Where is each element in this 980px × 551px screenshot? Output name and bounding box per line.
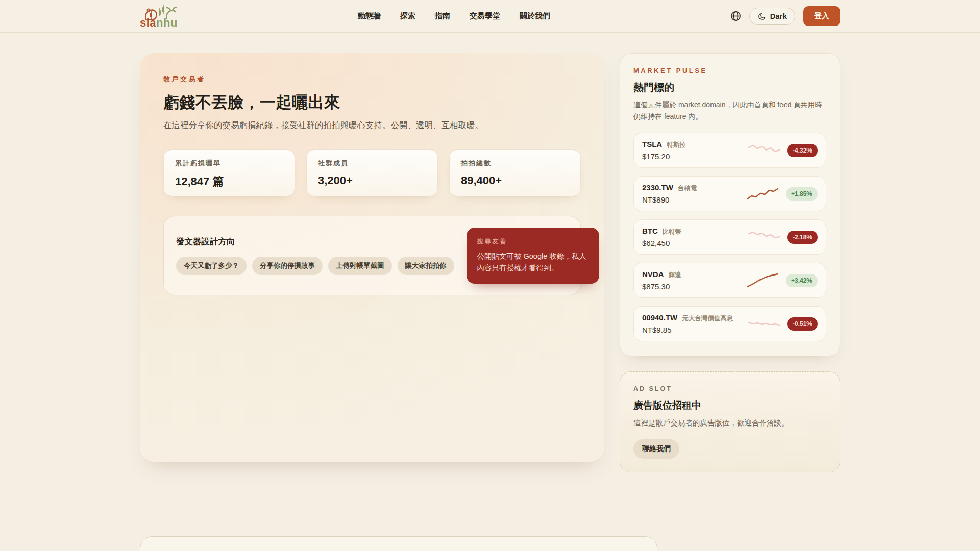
composer-tag[interactable]: 讓大家拍拍你 [398, 257, 454, 275]
language-globe-button[interactable] [730, 11, 741, 21]
stock-name: 特斯拉 [667, 141, 686, 149]
theme-toggle-button[interactable]: Dark [749, 8, 795, 25]
right-sidebar: MARKET PULSE 熱門標的 這個元件屬於 market domain，因… [620, 53, 840, 472]
brand-logo[interactable]: sianhu [140, 4, 178, 29]
hero-subtitle: 在這裡分享你的交易虧損紀錄，接受社群的拍拍與暖心支持。公開、透明、互相取暖。 [163, 120, 581, 131]
stock-row-tsla[interactable]: TSLA 特斯拉 $175.20 -4.32% [633, 133, 826, 168]
stock-info: NVDA 輝達 $875.30 [642, 270, 681, 291]
stock-name: 輝達 [669, 271, 681, 280]
globe-icon [730, 11, 741, 21]
hot-topics-card: 熱門話題 [140, 536, 657, 551]
stock-price: NT$890 [642, 195, 697, 204]
stock-row-nvda[interactable]: NVDA 輝達 $875.30 +3.42% [633, 263, 826, 298]
stat-card-loss-posts: 累計虧損曬單 12,847 篇 [163, 149, 295, 196]
stock-row-2330[interactable]: 2330.TW 台積電 NT$890 +1.85% [633, 176, 826, 211]
nav-item-feed[interactable]: 動態牆 [358, 11, 381, 21]
market-pulse-card: MARKET PULSE 熱門標的 這個元件屬於 market domain，因… [620, 53, 840, 356]
nav-item-about[interactable]: 關於我們 [520, 11, 550, 21]
stock-price: $62,450 [642, 239, 681, 247]
contact-us-button[interactable]: 聯絡我們 [633, 439, 679, 459]
stat-label: 累計虧損曬單 [175, 159, 283, 168]
sparkline-chart [748, 143, 780, 158]
seo-friendly-callout: 搜尋友善 公開貼文可被 Google 收錄，私人內容只有授權才看得到。 [467, 228, 599, 284]
stock-info: 00940.TW 元大台灣價值高息 NT$9.85 [642, 313, 733, 334]
moon-icon [758, 12, 766, 20]
composer-tag[interactable]: 今天又虧了多少？ [176, 257, 247, 275]
composer-title: 發文器設計方向 [176, 236, 454, 247]
change-badge: -0.51% [787, 317, 818, 331]
market-pulse-eyebrow: MARKET PULSE [633, 67, 826, 74]
stock-list: TSLA 特斯拉 $175.20 -4.32% 2330.TW 台積 [633, 133, 826, 341]
stock-info: 2330.TW 台積電 NT$890 [642, 183, 697, 204]
ad-slot-description: 這裡是散戶交易者的廣告版位，歡迎合作洽談。 [633, 417, 826, 429]
ad-slot-eyebrow: AD SLOT [633, 385, 826, 392]
nav-item-academy[interactable]: 交易學堂 [470, 11, 500, 21]
stat-value: 12,847 篇 [175, 174, 283, 189]
change-badge: +3.42% [786, 274, 818, 287]
ad-slot-title: 廣告版位招租中 [633, 399, 826, 412]
stock-row-00940[interactable]: 00940.TW 元大台灣價值高息 NT$9.85 -0.51% [633, 306, 826, 341]
composer-left: 發文器設計方向 今天又虧了多少？ 分享你的停損故事 上傳對帳單截圖 讓大家拍拍你 [176, 236, 454, 275]
sparkline-chart [748, 316, 780, 332]
stat-value: 3,200+ [318, 174, 426, 187]
seo-text: 公開貼文可被 Google 收錄，私人內容只有授權才看得到。 [477, 251, 589, 274]
market-pulse-description: 這個元件屬於 market domain，因此由首頁和 feed 頁共用時仍維持… [633, 99, 826, 122]
sparkline-chart [747, 186, 778, 202]
stock-name: 台積電 [678, 184, 697, 193]
stock-symbol: TSLA [642, 140, 662, 148]
sparkline-chart [748, 230, 780, 245]
stock-price: NT$9.85 [642, 325, 733, 334]
stock-symbol: NVDA [642, 270, 664, 279]
sparkline-chart [747, 273, 778, 288]
composer-tag[interactable]: 上傳對帳單截圖 [328, 257, 392, 275]
stock-price: $875.30 [642, 282, 681, 291]
nav-item-explore[interactable]: 探索 [400, 11, 415, 21]
change-badge: +1.85% [786, 187, 818, 201]
stock-symbol: 2330.TW [642, 183, 673, 192]
hero-eyebrow: 散戶交易者 [163, 74, 581, 84]
stock-info: TSLA 特斯拉 $175.20 [642, 140, 686, 161]
hero-card: 散戶交易者 虧錢不丟臉，一起曬出來 在這裡分享你的交易虧損紀錄，接受社群的拍拍與… [140, 53, 604, 462]
change-badge: -4.32% [787, 144, 818, 157]
stat-label: 拍拍總數 [461, 159, 569, 168]
composer-tags: 今天又虧了多少？ 分享你的停損故事 上傳對帳單截圖 讓大家拍拍你 [176, 257, 454, 275]
nav-item-guide[interactable]: 指南 [435, 11, 450, 21]
stat-card-members: 社群成員 3,200+ [306, 149, 438, 196]
stock-price: $175.20 [642, 152, 686, 161]
main-nav: 動態牆 探索 指南 交易學堂 關於我們 [178, 11, 730, 21]
stat-value: 89,400+ [461, 174, 569, 187]
market-pulse-title: 熱門標的 [633, 81, 826, 94]
hero-stats: 累計虧損曬單 12,847 篇 社群成員 3,200+ 拍拍總數 89,400+ [163, 149, 581, 196]
stock-row-btc[interactable]: BTC 比特幣 $62,450 -2.18% [633, 219, 826, 255]
stock-symbol: BTC [642, 227, 658, 235]
stock-symbol: 00940.TW [642, 313, 677, 322]
composer-direction-card: 發文器設計方向 今天又虧了多少？ 分享你的停損故事 上傳對帳單截圖 讓大家拍拍你… [163, 216, 581, 295]
stock-info: BTC 比特幣 $62,450 [642, 227, 681, 247]
main-content: 散戶交易者 虧錢不丟臉，一起曬出來 在這裡分享你的交易虧損紀錄，接受社群的拍拍與… [140, 53, 840, 551]
login-button[interactable]: 登入 [803, 6, 840, 26]
stock-name: 比特幣 [663, 228, 682, 236]
change-badge: -2.18% [787, 231, 818, 244]
top-nav-bar: sianhu 動態牆 探索 指南 交易學堂 關於我們 Dark [0, 0, 980, 33]
stat-label: 社群成員 [318, 159, 426, 168]
stock-name: 元大台灣價值高息 [682, 314, 733, 323]
brand-wordmark: sianhu [140, 17, 178, 29]
theme-toggle-label: Dark [770, 12, 787, 20]
seo-eyebrow: 搜尋友善 [477, 237, 589, 246]
ad-slot-card: AD SLOT 廣告版位招租中 這裡是散戶交易者的廣告版位，歡迎合作洽談。 聯絡… [620, 371, 840, 472]
composer-tag[interactable]: 分享你的停損故事 [252, 257, 323, 275]
hero-title: 虧錢不丟臉，一起曬出來 [163, 92, 581, 113]
header-actions: Dark 登入 [730, 6, 840, 26]
stat-card-pats: 拍拍總數 89,400+ [449, 149, 581, 196]
